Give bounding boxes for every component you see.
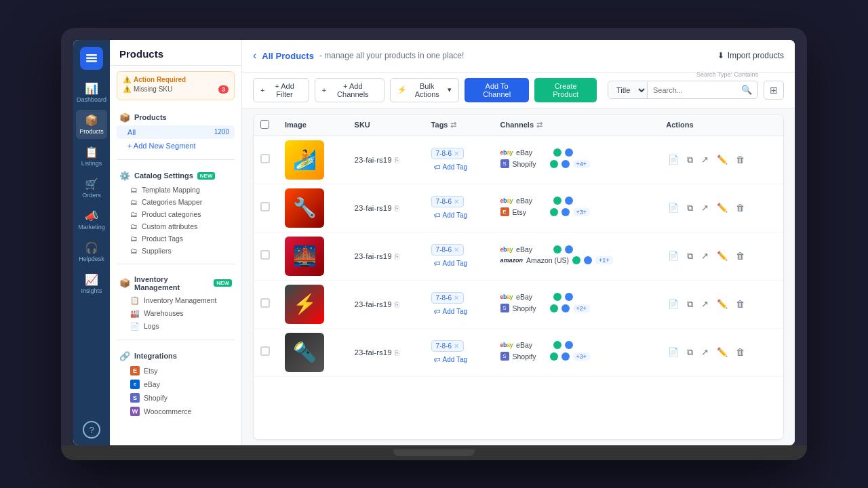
add-tag-button[interactable]: 🏷 Add Tag [431, 306, 487, 317]
search-input[interactable] [648, 83, 736, 98]
actions-cell: 📄 ⧉ ↗ ✏️ 🗑 [666, 152, 776, 167]
view-action-button[interactable]: 📄 [666, 345, 681, 359]
copy-sku-button[interactable]: ⎘ [395, 348, 399, 357]
template-mapping[interactable]: 🗂 Template Mapping [117, 184, 235, 196]
sidebar-item-helpdesk[interactable]: 🎧 Helpdesk [76, 237, 107, 266]
delete-action-button[interactable]: 🗑 [734, 345, 747, 359]
sidebar-item-listings[interactable]: 📋 Listings [76, 142, 107, 171]
row-checkbox[interactable] [260, 154, 270, 163]
sidebar-item-products[interactable]: 📦 Products [76, 110, 107, 139]
product-categories[interactable]: 🗂 Product categories [117, 208, 235, 220]
integration-ebay[interactable]: e eBay [117, 378, 235, 391]
delete-action-button[interactable]: 🗑 [734, 297, 747, 311]
product-tags[interactable]: 🗂 Product Tags [117, 232, 235, 245]
app-logo[interactable] [80, 47, 103, 70]
channel-name: Shopify [513, 160, 547, 168]
edit-action-button[interactable]: ✏️ [715, 152, 730, 167]
row-checkbox[interactable] [260, 202, 270, 211]
duplicate-action-button[interactable]: ⧉ [685, 249, 695, 264]
edit-action-button[interactable]: ✏️ [715, 297, 730, 311]
channel-item: S Shopify +4+ [500, 159, 653, 168]
export-action-button[interactable]: ↗ [699, 201, 711, 215]
remove-tag-button[interactable]: ✕ [454, 246, 459, 253]
remove-tag-button[interactable]: ✕ [454, 150, 459, 157]
channels-sort-icon[interactable]: ⇄ [536, 121, 542, 129]
categories-mapper[interactable]: 🗂 Categories Mapper [117, 196, 235, 208]
add-new-segment[interactable]: + Add New Segment [117, 139, 235, 152]
logs[interactable]: 📄 Logs [117, 320, 235, 333]
add-to-channel-button[interactable]: Add To Channel [465, 78, 529, 102]
add-tag-button[interactable]: 🏷 Add Tag [431, 258, 487, 268]
view-action-button[interactable]: 📄 [666, 152, 681, 167]
duplicate-action-button[interactable]: ⧉ [685, 297, 695, 312]
sidebar-item-insights[interactable]: 📈 Insights [76, 269, 107, 298]
divider-3 [117, 340, 235, 340]
inventory-new-badge: NEW [214, 279, 232, 287]
sidebar-item-dashboard[interactable]: 📊 Dashboard [76, 78, 107, 107]
bolt-icon: ⚡ [397, 85, 407, 94]
channel-item: amazon Amazon (US) +1+ [500, 256, 653, 264]
integration-shopify[interactable]: S Shopify [117, 391, 235, 405]
remove-tag-button[interactable]: ✕ [454, 198, 459, 205]
add-tag-button[interactable]: 🏷 Add Tag [431, 162, 487, 172]
bulk-actions-button[interactable]: ⚡ Bulk Actions ▾ [390, 78, 459, 102]
left-sidebar: Products ⚠️ Action Required ⚠️ Missing S… [110, 40, 242, 446]
remove-tag-button[interactable]: ✕ [454, 342, 459, 350]
delete-action-button[interactable]: 🗑 [734, 249, 747, 263]
grid-view-button[interactable]: ⊞ [764, 81, 784, 100]
tag-icon: 🏷 [434, 356, 441, 363]
view-action-button[interactable]: 📄 [666, 249, 681, 263]
remove-tag-button[interactable]: ✕ [454, 294, 459, 302]
tags-sort-icon[interactable]: ⇄ [450, 121, 456, 129]
edit-action-button[interactable]: ✏️ [715, 345, 730, 359]
duplicate-action-button[interactable]: ⧉ [685, 201, 695, 216]
help-button[interactable]: ? [83, 421, 100, 439]
more-channels-badge[interactable]: +3+ [573, 352, 591, 361]
export-action-button[interactable]: ↗ [699, 152, 711, 167]
sidebar-item-orders[interactable]: 🛒 Orders [76, 174, 107, 203]
missing-sku-item[interactable]: ⚠️ Missing SKU 3 [123, 83, 229, 96]
search-icon: 🔍 [736, 81, 757, 98]
integration-woocommerce[interactable]: W Woocommerce [117, 405, 235, 418]
warehouses[interactable]: 🏭 Warehouses [117, 307, 235, 320]
more-channels-badge[interactable]: +2+ [573, 304, 591, 312]
more-channels-badge[interactable]: +1+ [595, 256, 613, 264]
row-checkbox[interactable] [260, 346, 270, 356]
edit-action-button[interactable]: ✏️ [715, 249, 730, 263]
create-product-button[interactable]: Create Product [534, 78, 597, 102]
view-action-button[interactable]: 📄 [666, 297, 681, 311]
more-channels-badge[interactable]: +3+ [573, 208, 591, 216]
duplicate-action-button[interactable]: ⧉ [685, 152, 695, 167]
integration-etsy[interactable]: E Etsy [117, 364, 235, 378]
row-checkbox[interactable] [260, 250, 270, 260]
more-channels-badge[interactable]: +4+ [573, 160, 591, 168]
select-all-checkbox[interactable] [260, 120, 269, 129]
copy-sku-button[interactable]: ⎘ [395, 156, 399, 164]
svg-rect-1 [86, 57, 97, 59]
add-tag-button[interactable]: 🏷 Add Tag [431, 210, 487, 220]
delete-action-button[interactable]: 🗑 [734, 152, 747, 167]
top-bar: ‹ All Products - manage all your product… [242, 40, 795, 73]
copy-sku-button[interactable]: ⎘ [395, 252, 399, 260]
add-channels-button[interactable]: + + Add Channels [315, 78, 384, 102]
inventory-management[interactable]: 📋 Inventory Management [117, 294, 235, 307]
edit-action-button[interactable]: ✏️ [715, 201, 730, 215]
add-tag-button[interactable]: 🏷 Add Tag [431, 354, 487, 365]
row-checkbox[interactable] [260, 298, 270, 308]
export-action-button[interactable]: ↗ [699, 249, 711, 263]
custom-attributes[interactable]: 🗂 Custom attributes [117, 220, 235, 232]
export-action-button[interactable]: ↗ [699, 297, 711, 311]
import-products-button[interactable]: ⬇ Import products [717, 51, 784, 60]
copy-sku-button[interactable]: ⎘ [395, 300, 399, 308]
search-type-select[interactable]: Title [608, 82, 648, 98]
sidebar-item-marketing[interactable]: 📣 Marketing [76, 205, 107, 235]
suppliers[interactable]: 🗂 Suppliers [117, 245, 235, 257]
segment-all[interactable]: All 1200 [117, 125, 235, 139]
view-action-button[interactable]: 📄 [666, 201, 681, 215]
add-filter-button[interactable]: + + Add Filter [253, 78, 309, 102]
back-button[interactable]: ‹ [253, 49, 256, 62]
export-action-button[interactable]: ↗ [699, 345, 711, 359]
duplicate-action-button[interactable]: ⧉ [685, 345, 695, 360]
copy-sku-button[interactable]: ⎘ [395, 204, 399, 212]
delete-action-button[interactable]: 🗑 [734, 201, 747, 215]
